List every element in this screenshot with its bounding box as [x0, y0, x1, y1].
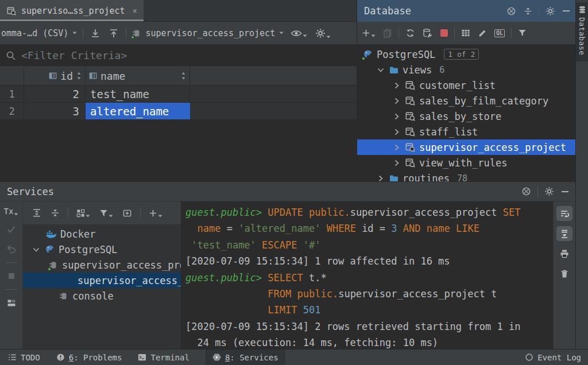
wrench-database-icon: [423, 28, 433, 38]
statusbar-todo[interactable]: TODO: [8, 350, 40, 365]
commit-button[interactable]: [5, 223, 17, 235]
tree-node-view[interactable]: sales_by_store: [357, 108, 575, 124]
tree-node-views[interactable]: views 6: [357, 62, 575, 77]
hide-services-button[interactable]: [560, 190, 570, 193]
locate-object-button[interactable]: [505, 5, 517, 17]
table-row: 1 2 test_name: [0, 86, 357, 103]
toolbar-separator: [83, 28, 83, 39]
statusbar-terminal[interactable]: Terminal: [138, 350, 189, 365]
add-datasource-button[interactable]: [361, 28, 377, 38]
row-number[interactable]: 1: [0, 86, 24, 102]
edit-source-button[interactable]: [477, 28, 488, 39]
chevron-down-icon: [279, 32, 284, 34]
service-node-view-selected[interactable]: supervisor_access_project: [23, 273, 181, 288]
gear-icon: [544, 187, 554, 196]
rollback-button[interactable]: [5, 243, 17, 255]
hide-panel-button[interactable]: [562, 9, 571, 13]
stop-square-icon: [7, 271, 16, 281]
collapse-all-button[interactable]: [49, 207, 61, 219]
sync-button[interactable]: [404, 27, 416, 39]
row-number[interactable]: 2: [0, 103, 24, 119]
statusbar-problems[interactable]: 6: Problems: [56, 350, 122, 365]
view-data-button[interactable]: [460, 28, 471, 38]
view-icon: [405, 127, 415, 137]
filter-services-button[interactable]: [98, 208, 114, 219]
jump-to-console-button[interactable]: QL: [493, 28, 506, 38]
database-panel-title: Database: [364, 5, 411, 17]
collapse-all-button[interactable]: [523, 6, 533, 17]
service-node-postgresql[interactable]: PostgreSQL: [23, 242, 181, 257]
cell-name[interactable]: test_name: [86, 86, 190, 102]
printer-icon: [560, 249, 569, 258]
database-tool-window-tab[interactable]: Database: [576, 2, 588, 61]
statusbar-event-log[interactable]: Event Log: [525, 350, 581, 365]
view-options-button[interactable]: [289, 28, 308, 38]
chevron-right-icon[interactable]: [392, 158, 401, 168]
tx-mode-button[interactable]: Tx: [4, 207, 19, 216]
tree-node-view[interactable]: view_with_rules: [357, 155, 575, 170]
soft-wrap-button[interactable]: [556, 206, 572, 221]
stop-process-button[interactable]: [6, 270, 17, 282]
window-layout-button[interactable]: [6, 297, 17, 309]
toolbar-separator: [68, 207, 68, 219]
tree-node-view[interactable]: staff_list: [357, 124, 575, 139]
import-data-button[interactable]: [89, 27, 102, 40]
filter-objects-button[interactable]: [517, 28, 528, 38]
export-data-button[interactable]: [107, 27, 120, 40]
table-row: 2 3 altered_name: [0, 103, 357, 120]
schema-badge[interactable]: 1 of 2: [444, 49, 479, 60]
statusbar-services[interactable]: 8: Services: [206, 350, 285, 365]
filter-criteria-input[interactable]: <Filter Criteria>: [0, 45, 357, 67]
export-format-select[interactable]: omma-…d (CSV): [1, 28, 77, 38]
print-button[interactable]: [556, 246, 572, 261]
service-node-label: supervisor_access_project: [62, 259, 181, 271]
scroll-to-end-button[interactable]: [556, 226, 572, 241]
chevron-right-icon[interactable]: [392, 127, 401, 137]
datasource-properties-button[interactable]: [421, 27, 434, 40]
service-node-datasource[interactable]: supervisor_access_project: [23, 257, 181, 273]
locate-service-button[interactable]: [520, 185, 532, 197]
cell-id[interactable]: 2: [24, 86, 86, 102]
tree-node-postgresql[interactable]: PostgreSQL 1 of 2: [357, 46, 575, 62]
services-hexagon-icon: [212, 353, 221, 362]
tree-node-label: PostgreSQL: [377, 49, 435, 60]
cell-id[interactable]: 3: [24, 103, 86, 119]
chevron-right-icon[interactable]: [392, 96, 401, 106]
tree-node-view-selected[interactable]: supervisor_access_project: [357, 139, 575, 155]
connection-status-dot: [131, 36, 134, 39]
services-settings-button[interactable]: [543, 185, 555, 197]
tree-node-view[interactable]: customer_list: [357, 77, 575, 93]
service-node-docker[interactable]: Docker: [23, 226, 181, 242]
chevron-right-icon[interactable]: [392, 112, 401, 121]
clear-console-button[interactable]: [556, 266, 572, 281]
cell-name-selected[interactable]: altered_name: [86, 103, 190, 119]
duplicate-button[interactable]: [382, 28, 393, 39]
console-output[interactable]: guest.public> UPDATE public.supervisor_a…: [181, 201, 553, 349]
group-by-button[interactable]: [75, 208, 91, 219]
expand-all-button[interactable]: [31, 207, 42, 219]
column-header-name[interactable]: name: [86, 67, 190, 85]
console-gutter: [553, 201, 575, 349]
service-node-label: PostgreSQL: [59, 244, 117, 255]
chevron-right-icon[interactable]: [392, 143, 401, 152]
problems-icon: [56, 353, 65, 362]
editor-tab[interactable]: superviso…ss_project ✕: [0, 0, 144, 21]
tree-node-label: supervisor_access_project: [419, 142, 566, 153]
data-editor-settings-button[interactable]: [314, 27, 332, 40]
panel-settings-button[interactable]: [544, 5, 556, 17]
add-service-button[interactable]: [148, 208, 164, 219]
stop-button[interactable]: [439, 28, 449, 38]
chevron-right-icon[interactable]: [392, 81, 401, 90]
data-source-icon: [49, 261, 58, 270]
table-selector[interactable]: supervisor_access_project: [132, 28, 284, 38]
close-tab-icon[interactable]: ✕: [133, 6, 137, 15]
open-in-new-frame-button[interactable]: [121, 208, 133, 219]
service-node-console[interactable]: console: [23, 288, 181, 304]
chevron-down-icon[interactable]: [376, 65, 385, 75]
column-header-id[interactable]: id: [24, 67, 86, 85]
tree-node-view[interactable]: sales_by_film_category: [357, 93, 575, 108]
tree-node-routines[interactable]: routines 78: [357, 170, 575, 181]
chevron-right-icon[interactable]: [376, 174, 385, 182]
service-node-label: console: [72, 290, 114, 302]
chevron-down-icon[interactable]: [32, 245, 41, 254]
